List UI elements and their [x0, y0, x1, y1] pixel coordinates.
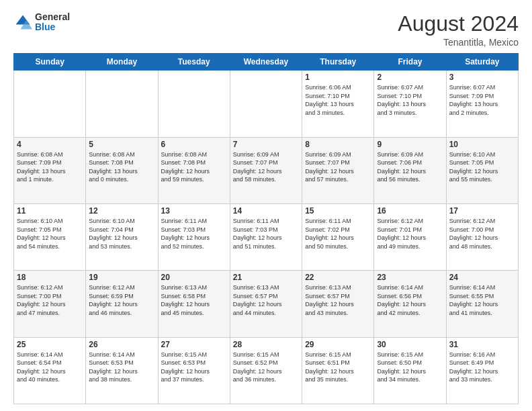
day-info: Sunrise: 6:10 AM Sunset: 7:05 PM Dayligh… — [17, 217, 83, 250]
day-info: Sunrise: 6:10 AM Sunset: 7:05 PM Dayligh… — [449, 150, 515, 184]
day-info: Sunrise: 6:09 AM Sunset: 7:07 PM Dayligh… — [233, 150, 299, 184]
day-number: 11 — [17, 206, 83, 216]
day-header-sunday: Sunday — [14, 54, 86, 71]
calendar-week-row: 4Sunrise: 6:08 AM Sunset: 7:09 PM Daylig… — [14, 137, 519, 203]
logo-text: General Blue — [35, 12, 70, 33]
calendar-cell: 6Sunrise: 6:08 AM Sunset: 7:08 PM Daylig… — [158, 137, 230, 203]
day-info: Sunrise: 6:11 AM Sunset: 7:03 PM Dayligh… — [161, 217, 227, 250]
day-info: Sunrise: 6:11 AM Sunset: 7:02 PM Dayligh… — [305, 217, 371, 250]
calendar-cell: 27Sunrise: 6:15 AM Sunset: 6:53 PM Dayli… — [158, 337, 230, 404]
calendar-cell: 17Sunrise: 6:12 AM Sunset: 7:00 PM Dayli… — [446, 203, 518, 270]
day-info: Sunrise: 6:12 AM Sunset: 7:00 PM Dayligh… — [17, 283, 83, 317]
calendar-cell: 7Sunrise: 6:09 AM Sunset: 7:07 PM Daylig… — [230, 137, 302, 203]
calendar-table: SundayMondayTuesdayWednesdayThursdayFrid… — [13, 53, 519, 404]
day-info: Sunrise: 6:12 AM Sunset: 7:00 PM Dayligh… — [449, 217, 515, 250]
calendar-cell: 12Sunrise: 6:10 AM Sunset: 7:04 PM Dayli… — [86, 203, 158, 270]
logo-icon — [13, 13, 32, 32]
calendar-cell: 28Sunrise: 6:15 AM Sunset: 6:52 PM Dayli… — [230, 337, 302, 404]
day-info: Sunrise: 6:06 AM Sunset: 7:10 PM Dayligh… — [305, 83, 371, 117]
calendar-cell: 25Sunrise: 6:14 AM Sunset: 6:54 PM Dayli… — [14, 337, 86, 404]
day-number: 13 — [161, 206, 227, 216]
day-number: 29 — [305, 340, 371, 349]
day-info: Sunrise: 6:09 AM Sunset: 7:06 PM Dayligh… — [377, 150, 443, 184]
day-number: 20 — [161, 273, 227, 282]
day-header-friday: Friday — [374, 54, 446, 71]
calendar-cell: 19Sunrise: 6:12 AM Sunset: 6:59 PM Dayli… — [86, 271, 158, 337]
calendar-cell: 13Sunrise: 6:11 AM Sunset: 7:03 PM Dayli… — [158, 203, 230, 270]
day-number: 3 — [449, 73, 515, 82]
month-year: August 2024 — [398, 12, 519, 36]
calendar-week-row: 18Sunrise: 6:12 AM Sunset: 7:00 PM Dayli… — [14, 271, 519, 337]
day-number: 9 — [377, 140, 443, 149]
day-info: Sunrise: 6:15 AM Sunset: 6:53 PM Dayligh… — [161, 351, 227, 384]
day-number: 10 — [449, 140, 515, 149]
calendar-cell: 8Sunrise: 6:09 AM Sunset: 7:07 PM Daylig… — [302, 137, 374, 203]
day-header-wednesday: Wednesday — [230, 54, 302, 71]
calendar-week-row: 11Sunrise: 6:10 AM Sunset: 7:05 PM Dayli… — [14, 203, 519, 270]
day-number: 8 — [305, 140, 371, 149]
calendar-cell — [14, 71, 86, 137]
day-info: Sunrise: 6:13 AM Sunset: 6:57 PM Dayligh… — [305, 283, 371, 317]
day-number: 14 — [233, 206, 299, 216]
day-number: 15 — [305, 206, 371, 216]
calendar-cell: 3Sunrise: 6:07 AM Sunset: 7:09 PM Daylig… — [446, 71, 518, 137]
day-header-monday: Monday — [86, 54, 158, 71]
calendar-cell: 21Sunrise: 6:13 AM Sunset: 6:57 PM Dayli… — [230, 271, 302, 337]
day-number: 31 — [449, 340, 515, 349]
calendar-cell: 23Sunrise: 6:14 AM Sunset: 6:56 PM Dayli… — [374, 271, 446, 337]
day-number: 1 — [305, 73, 371, 82]
calendar-cell: 5Sunrise: 6:08 AM Sunset: 7:08 PM Daylig… — [86, 137, 158, 203]
day-number: 23 — [377, 273, 443, 282]
day-info: Sunrise: 6:12 AM Sunset: 7:01 PM Dayligh… — [377, 217, 443, 250]
location: Tenantitla, Mexico — [398, 37, 519, 48]
calendar-cell: 2Sunrise: 6:07 AM Sunset: 7:10 PM Daylig… — [374, 71, 446, 137]
day-info: Sunrise: 6:14 AM Sunset: 6:55 PM Dayligh… — [449, 283, 515, 317]
calendar-cell: 24Sunrise: 6:14 AM Sunset: 6:55 PM Dayli… — [446, 271, 518, 337]
calendar-cell: 11Sunrise: 6:10 AM Sunset: 7:05 PM Dayli… — [14, 203, 86, 270]
day-number: 16 — [377, 206, 443, 216]
day-info: Sunrise: 6:07 AM Sunset: 7:09 PM Dayligh… — [449, 83, 515, 117]
day-number: 22 — [305, 273, 371, 282]
calendar-cell: 30Sunrise: 6:15 AM Sunset: 6:50 PM Dayli… — [374, 337, 446, 404]
day-number: 25 — [17, 340, 83, 349]
day-header-tuesday: Tuesday — [158, 54, 230, 71]
calendar-cell: 31Sunrise: 6:16 AM Sunset: 6:49 PM Dayli… — [446, 337, 518, 404]
calendar-cell: 1Sunrise: 6:06 AM Sunset: 7:10 PM Daylig… — [302, 71, 374, 137]
calendar-cell — [230, 71, 302, 137]
calendar-cell: 10Sunrise: 6:10 AM Sunset: 7:05 PM Dayli… — [446, 137, 518, 203]
day-info: Sunrise: 6:15 AM Sunset: 6:50 PM Dayligh… — [377, 351, 443, 384]
day-number: 6 — [161, 140, 227, 149]
day-number: 12 — [89, 206, 154, 216]
calendar-cell: 18Sunrise: 6:12 AM Sunset: 7:00 PM Dayli… — [14, 271, 86, 337]
calendar-cell: 20Sunrise: 6:13 AM Sunset: 6:58 PM Dayli… — [158, 271, 230, 337]
day-number: 26 — [89, 340, 154, 349]
day-info: Sunrise: 6:08 AM Sunset: 7:08 PM Dayligh… — [89, 150, 154, 184]
day-info: Sunrise: 6:15 AM Sunset: 6:51 PM Dayligh… — [305, 351, 371, 384]
calendar-header-row: SundayMondayTuesdayWednesdayThursdayFrid… — [14, 54, 519, 71]
day-info: Sunrise: 6:08 AM Sunset: 7:09 PM Dayligh… — [17, 150, 83, 184]
day-info: Sunrise: 6:14 AM Sunset: 6:54 PM Dayligh… — [17, 351, 83, 384]
calendar-week-row: 1Sunrise: 6:06 AM Sunset: 7:10 PM Daylig… — [14, 71, 519, 137]
calendar-cell: 26Sunrise: 6:14 AM Sunset: 6:53 PM Dayli… — [86, 337, 158, 404]
day-number: 5 — [89, 140, 154, 149]
day-info: Sunrise: 6:13 AM Sunset: 6:58 PM Dayligh… — [161, 283, 227, 317]
day-info: Sunrise: 6:07 AM Sunset: 7:10 PM Dayligh… — [377, 83, 443, 117]
day-number: 7 — [233, 140, 299, 149]
day-number: 28 — [233, 340, 299, 349]
day-number: 4 — [17, 140, 83, 149]
day-number: 30 — [377, 340, 443, 349]
day-info: Sunrise: 6:11 AM Sunset: 7:03 PM Dayligh… — [233, 217, 299, 250]
logo: General Blue — [13, 12, 70, 33]
day-info: Sunrise: 6:12 AM Sunset: 6:59 PM Dayligh… — [89, 283, 154, 317]
day-info: Sunrise: 6:15 AM Sunset: 6:52 PM Dayligh… — [233, 351, 299, 384]
calendar-cell — [158, 71, 230, 137]
day-info: Sunrise: 6:14 AM Sunset: 6:56 PM Dayligh… — [377, 283, 443, 317]
day-info: Sunrise: 6:10 AM Sunset: 7:04 PM Dayligh… — [89, 217, 154, 250]
calendar-cell: 29Sunrise: 6:15 AM Sunset: 6:51 PM Dayli… — [302, 337, 374, 404]
calendar-cell — [86, 71, 158, 137]
day-info: Sunrise: 6:09 AM Sunset: 7:07 PM Dayligh… — [305, 150, 371, 184]
day-info: Sunrise: 6:13 AM Sunset: 6:57 PM Dayligh… — [233, 283, 299, 317]
calendar-week-row: 25Sunrise: 6:14 AM Sunset: 6:54 PM Dayli… — [14, 337, 519, 404]
title-block: August 2024 Tenantitla, Mexico — [398, 12, 519, 48]
day-number: 2 — [377, 73, 443, 82]
